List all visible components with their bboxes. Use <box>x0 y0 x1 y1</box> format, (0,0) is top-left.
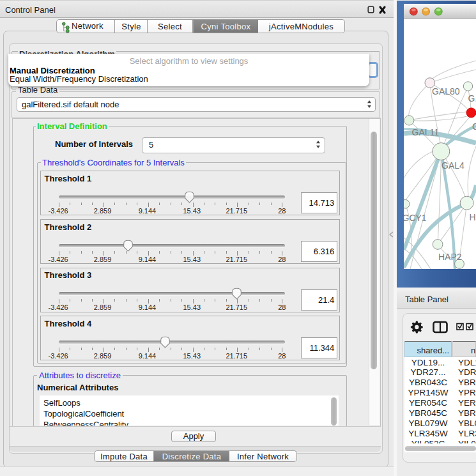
svg-text:C: C <box>472 121 476 132</box>
svg-text:G.: G. <box>468 93 476 104</box>
svg-text:GAL80: GAL80 <box>432 86 460 96</box>
svg-text:GCY1: GCY1 <box>404 213 427 223</box>
svg-text:H: H <box>470 212 476 222</box>
svg-text:GAL11: GAL11 <box>412 127 440 137</box>
svg-text:HAP2: HAP2 <box>438 252 462 262</box>
svg-text:GAL4: GAL4 <box>441 160 464 171</box>
